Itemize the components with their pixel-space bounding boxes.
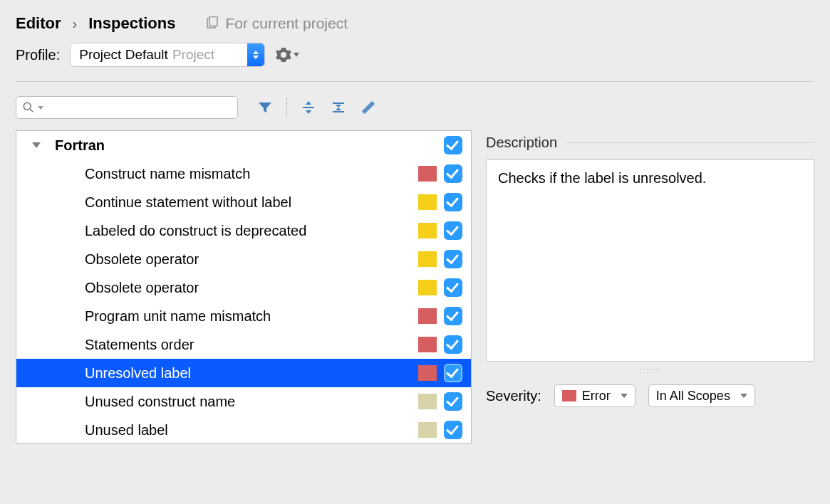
description-divider [567,142,814,143]
chevron-down-icon [294,53,299,57]
inspection-item-label: Continue statement without label [85,194,411,211]
inspection-item-label: Statements order [85,337,411,353]
severity-chip [418,365,437,381]
disclosure-triangle-icon[interactable] [32,142,41,148]
toolbar-separator [286,98,287,117]
inspection-item-label: Program unit name mismatch [85,308,411,325]
inspections-tree[interactable]: FortranConstruct name mismatchContinue s… [16,130,472,443]
filter-icon[interactable] [256,99,274,116]
group-checkbox[interactable] [444,136,462,154]
inspection-checkbox[interactable] [444,164,462,183]
collapse-all-icon[interactable] [330,99,347,116]
inspection-item-label: Labeled do construct is deprecated [85,223,411,239]
breadcrumb-root[interactable]: Editor [16,14,61,33]
svg-rect-5 [333,103,344,104]
inspection-checkbox[interactable] [444,421,462,439]
inspection-checkbox[interactable] [444,193,462,211]
resize-grip-icon[interactable]: :::::: [486,366,814,374]
inspection-checkbox[interactable] [444,364,462,382]
inspection-item[interactable]: Unresolved label [16,359,471,387]
inspection-item[interactable]: Unused label [16,416,471,443]
description-label: Description [486,135,557,151]
chevron-down-icon [740,394,747,398]
inspection-item[interactable]: Obsolete operator [16,245,471,273]
section-divider [16,81,814,82]
severity-chip [418,394,437,409]
breadcrumb-current: Inspections [88,14,175,33]
gear-icon [275,46,292,63]
inspection-checkbox[interactable] [444,278,462,297]
profile-select-value: Project Default [79,47,168,63]
profile-label: Profile: [16,47,60,63]
inspection-checkbox[interactable] [444,307,462,325]
search-input[interactable] [16,96,238,119]
reset-icon[interactable] [360,99,377,116]
inspection-checkbox[interactable] [444,250,462,268]
profile-select[interactable]: Project Default Project [70,43,265,67]
svg-rect-4 [303,107,314,108]
chevron-down-icon [621,394,628,398]
description-text: Checks if the label is unresolved. [486,159,814,362]
severity-chip [418,223,437,238]
svg-line-3 [30,109,33,112]
inspection-item[interactable]: Continue statement without label [16,188,471,216]
expand-all-icon[interactable] [300,99,317,116]
inspection-item[interactable]: Unused construct name [16,387,471,416]
copy-scope-icon [205,16,219,31]
severity-chip [418,308,437,324]
breadcrumb: Editor › Inspections [16,14,175,33]
scope-select[interactable]: In All Scopes [648,384,755,407]
profile-settings-button[interactable] [275,46,299,63]
severity-chip [418,280,437,295]
search-history-dropdown-icon[interactable] [38,106,43,110]
severity-chip [418,194,437,210]
inspection-item[interactable]: Obsolete operator [16,273,471,302]
severity-chip [418,337,437,352]
inspection-checkbox[interactable] [444,392,462,411]
severity-chip [418,422,437,438]
inspection-item-label: Unresolved label [85,365,411,382]
severity-label: Severity: [486,388,541,404]
inspection-checkbox[interactable] [444,221,462,240]
inspection-item[interactable]: Statements order [16,330,471,359]
inspection-item-label: Construct name mismatch [85,166,411,182]
inspection-item-label: Obsolete operator [85,280,411,296]
tree-group-label: Fortran [55,137,437,154]
svg-rect-1 [209,17,217,26]
severity-chip [418,251,437,267]
search-field[interactable] [43,101,232,115]
inspection-item-label: Obsolete operator [85,251,411,268]
inspection-item-label: Unused construct name [85,394,411,410]
severity-select[interactable]: Error [554,384,636,407]
search-icon [22,101,35,114]
scope-hint: For current project [205,15,348,32]
severity-color-chip [562,390,576,401]
inspection-item[interactable]: Construct name mismatch [16,159,471,188]
tree-group-fortran[interactable]: Fortran [16,131,471,159]
severity-chip [418,166,437,182]
inspection-item-label: Unused label [85,422,411,439]
inspection-item[interactable]: Labeled do construct is deprecated [16,216,471,245]
inspection-checkbox[interactable] [444,335,462,354]
svg-point-2 [24,103,31,110]
scope-hint-label: For current project [225,15,348,32]
breadcrumb-separator-icon: › [73,16,78,32]
scope-value: In All Scopes [656,389,730,404]
profile-select-suffix: Project [172,47,214,63]
profile-select-stepper-icon[interactable] [247,43,264,67]
severity-value: Error [582,389,611,404]
inspection-item[interactable]: Program unit name mismatch [16,302,471,330]
svg-rect-6 [333,111,344,112]
